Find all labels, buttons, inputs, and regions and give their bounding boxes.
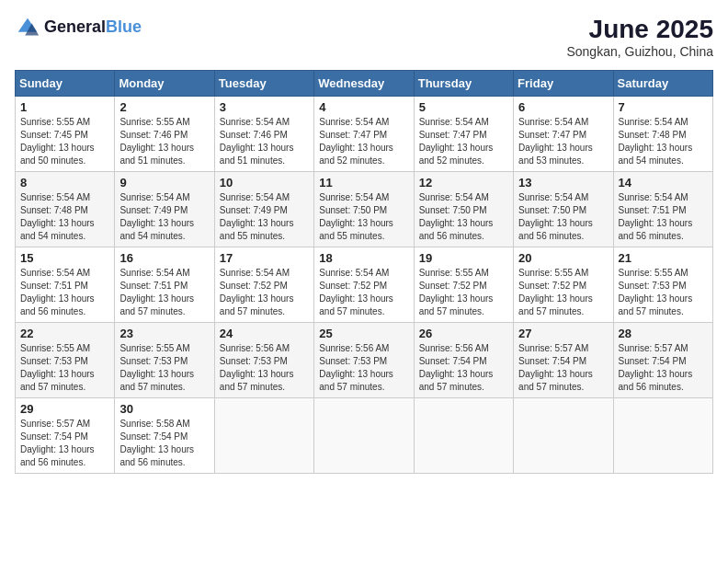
calendar-week-row: 8 Sunrise: 5:54 AMSunset: 7:48 PMDayligh… <box>16 172 713 247</box>
day-cell: 24 Sunrise: 5:56 AMSunset: 7:53 PMDaylig… <box>214 323 313 398</box>
day-info: Sunrise: 5:54 AMSunset: 7:46 PMDaylight:… <box>220 117 294 166</box>
day-number: 28 <box>619 327 708 340</box>
day-info: Sunrise: 5:56 AMSunset: 7:53 PMDaylight:… <box>220 343 294 392</box>
day-info: Sunrise: 5:54 AMSunset: 7:50 PMDaylight:… <box>518 192 593 241</box>
day-number: 29 <box>20 402 109 416</box>
day-cell: 25 Sunrise: 5:56 AMSunset: 7:53 PMDaylig… <box>314 323 414 398</box>
day-cell: 7 Sunrise: 5:54 AMSunset: 7:48 PMDayligh… <box>613 97 712 172</box>
day-cell: 12 Sunrise: 5:54 AMSunset: 7:50 PMDaylig… <box>414 172 513 247</box>
day-number: 22 <box>20 327 109 340</box>
empty-cell <box>214 398 313 474</box>
day-number: 23 <box>119 327 209 340</box>
day-info: Sunrise: 5:54 AMSunset: 7:48 PMDaylight:… <box>619 117 693 166</box>
day-cell: 19 Sunrise: 5:55 AMSunset: 7:52 PMDaylig… <box>414 247 513 323</box>
day-number: 13 <box>518 176 608 190</box>
day-info: Sunrise: 5:55 AMSunset: 7:53 PMDaylight:… <box>20 343 95 392</box>
empty-cell <box>414 398 513 474</box>
day-cell: 2 Sunrise: 5:55 AMSunset: 7:46 PMDayligh… <box>115 97 214 172</box>
day-number: 14 <box>619 176 708 190</box>
day-cell: 29 Sunrise: 5:57 AMSunset: 7:54 PMDaylig… <box>16 398 115 474</box>
day-number: 10 <box>220 176 309 190</box>
day-number: 2 <box>119 100 209 114</box>
day-cell: 3 Sunrise: 5:54 AMSunset: 7:46 PMDayligh… <box>214 97 313 172</box>
day-cell: 1 Sunrise: 5:55 AMSunset: 7:45 PMDayligh… <box>16 97 115 172</box>
header-tuesday: Tuesday <box>214 71 313 97</box>
header-saturday: Saturday <box>613 71 712 97</box>
header-thursday: Thursday <box>414 71 513 97</box>
day-number: 7 <box>619 100 708 114</box>
calendar-table: Sunday Monday Tuesday Wednesday Thursday… <box>15 70 713 474</box>
day-cell: 14 Sunrise: 5:54 AMSunset: 7:51 PMDaylig… <box>613 172 712 247</box>
day-cell: 16 Sunrise: 5:54 AMSunset: 7:51 PMDaylig… <box>115 247 214 323</box>
day-cell: 8 Sunrise: 5:54 AMSunset: 7:48 PMDayligh… <box>16 172 115 247</box>
header-wednesday: Wednesday <box>314 71 414 97</box>
day-number: 11 <box>319 176 408 190</box>
day-info: Sunrise: 5:58 AMSunset: 7:54 PMDaylight:… <box>119 419 194 467</box>
day-info: Sunrise: 5:54 AMSunset: 7:47 PMDaylight:… <box>518 117 593 166</box>
location: Songkan, Guizhou, China <box>566 44 713 59</box>
day-cell: 22 Sunrise: 5:55 AMSunset: 7:53 PMDaylig… <box>16 323 115 398</box>
day-info: Sunrise: 5:57 AMSunset: 7:54 PMDaylight:… <box>20 419 95 467</box>
day-number: 4 <box>319 100 408 114</box>
day-info: Sunrise: 5:54 AMSunset: 7:52 PMDaylight:… <box>220 268 294 316</box>
header-monday: Monday <box>115 71 214 97</box>
day-info: Sunrise: 5:54 AMSunset: 7:49 PMDaylight:… <box>119 192 194 241</box>
empty-cell <box>514 398 613 474</box>
day-number: 9 <box>119 176 209 190</box>
day-info: Sunrise: 5:56 AMSunset: 7:53 PMDaylight:… <box>319 343 393 392</box>
day-cell: 18 Sunrise: 5:54 AMSunset: 7:52 PMDaylig… <box>314 247 414 323</box>
calendar-week-row: 29 Sunrise: 5:57 AMSunset: 7:54 PMDaylig… <box>16 398 713 474</box>
day-number: 24 <box>220 327 309 340</box>
empty-cell <box>613 398 712 474</box>
day-info: Sunrise: 5:57 AMSunset: 7:54 PMDaylight:… <box>518 343 593 392</box>
day-info: Sunrise: 5:55 AMSunset: 7:53 PMDaylight:… <box>119 343 194 392</box>
day-info: Sunrise: 5:54 AMSunset: 7:47 PMDaylight:… <box>319 117 393 166</box>
day-info: Sunrise: 5:54 AMSunset: 7:50 PMDaylight:… <box>319 192 393 241</box>
day-info: Sunrise: 5:54 AMSunset: 7:47 PMDaylight:… <box>419 117 494 166</box>
header-sunday: Sunday <box>16 71 115 97</box>
logo-general: GeneralBlue <box>44 18 142 37</box>
day-number: 20 <box>518 251 608 265</box>
day-number: 15 <box>20 251 109 265</box>
header-friday: Friday <box>514 71 613 97</box>
day-info: Sunrise: 5:54 AMSunset: 7:52 PMDaylight:… <box>319 268 393 316</box>
day-info: Sunrise: 5:54 AMSunset: 7:48 PMDaylight:… <box>20 192 95 241</box>
day-info: Sunrise: 5:55 AMSunset: 7:52 PMDaylight:… <box>419 268 494 316</box>
day-number: 1 <box>20 100 109 114</box>
day-number: 18 <box>319 251 408 265</box>
day-number: 12 <box>419 176 508 190</box>
day-info: Sunrise: 5:54 AMSunset: 7:51 PMDaylight:… <box>619 192 693 241</box>
day-number: 16 <box>119 251 209 265</box>
day-info: Sunrise: 5:54 AMSunset: 7:51 PMDaylight:… <box>20 268 95 316</box>
day-cell: 17 Sunrise: 5:54 AMSunset: 7:52 PMDaylig… <box>214 247 313 323</box>
day-info: Sunrise: 5:57 AMSunset: 7:54 PMDaylight:… <box>619 343 693 392</box>
day-cell: 27 Sunrise: 5:57 AMSunset: 7:54 PMDaylig… <box>514 323 613 398</box>
day-info: Sunrise: 5:54 AMSunset: 7:50 PMDaylight:… <box>419 192 494 241</box>
page-header: GeneralBlue June 2025 Songkan, Guizhou, … <box>15 15 713 59</box>
calendar-week-row: 22 Sunrise: 5:55 AMSunset: 7:53 PMDaylig… <box>16 323 713 398</box>
weekday-header-row: Sunday Monday Tuesday Wednesday Thursday… <box>16 71 713 97</box>
day-number: 19 <box>419 251 508 265</box>
day-cell: 23 Sunrise: 5:55 AMSunset: 7:53 PMDaylig… <box>115 323 214 398</box>
day-cell: 28 Sunrise: 5:57 AMSunset: 7:54 PMDaylig… <box>613 323 712 398</box>
day-info: Sunrise: 5:54 AMSunset: 7:51 PMDaylight:… <box>119 268 194 316</box>
day-cell: 20 Sunrise: 5:55 AMSunset: 7:52 PMDaylig… <box>514 247 613 323</box>
day-cell: 15 Sunrise: 5:54 AMSunset: 7:51 PMDaylig… <box>16 247 115 323</box>
day-cell: 5 Sunrise: 5:54 AMSunset: 7:47 PMDayligh… <box>414 97 513 172</box>
day-info: Sunrise: 5:55 AMSunset: 7:53 PMDaylight:… <box>619 268 693 316</box>
month-year: June 2025 <box>566 15 713 44</box>
day-number: 5 <box>419 100 508 114</box>
day-number: 30 <box>119 402 209 416</box>
day-cell: 11 Sunrise: 5:54 AMSunset: 7:50 PMDaylig… <box>314 172 414 247</box>
day-number: 6 <box>518 100 608 114</box>
day-number: 3 <box>220 100 309 114</box>
day-info: Sunrise: 5:54 AMSunset: 7:49 PMDaylight:… <box>220 192 294 241</box>
page-container: GeneralBlue June 2025 Songkan, Guizhou, … <box>15 15 713 474</box>
day-cell: 21 Sunrise: 5:55 AMSunset: 7:53 PMDaylig… <box>613 247 712 323</box>
day-cell: 6 Sunrise: 5:54 AMSunset: 7:47 PMDayligh… <box>514 97 613 172</box>
logo: GeneralBlue <box>15 15 142 40</box>
title-block: June 2025 Songkan, Guizhou, China <box>566 15 713 59</box>
day-info: Sunrise: 5:55 AMSunset: 7:45 PMDaylight:… <box>20 117 95 166</box>
day-cell: 30 Sunrise: 5:58 AMSunset: 7:54 PMDaylig… <box>115 398 214 474</box>
calendar-week-row: 1 Sunrise: 5:55 AMSunset: 7:45 PMDayligh… <box>16 97 713 172</box>
